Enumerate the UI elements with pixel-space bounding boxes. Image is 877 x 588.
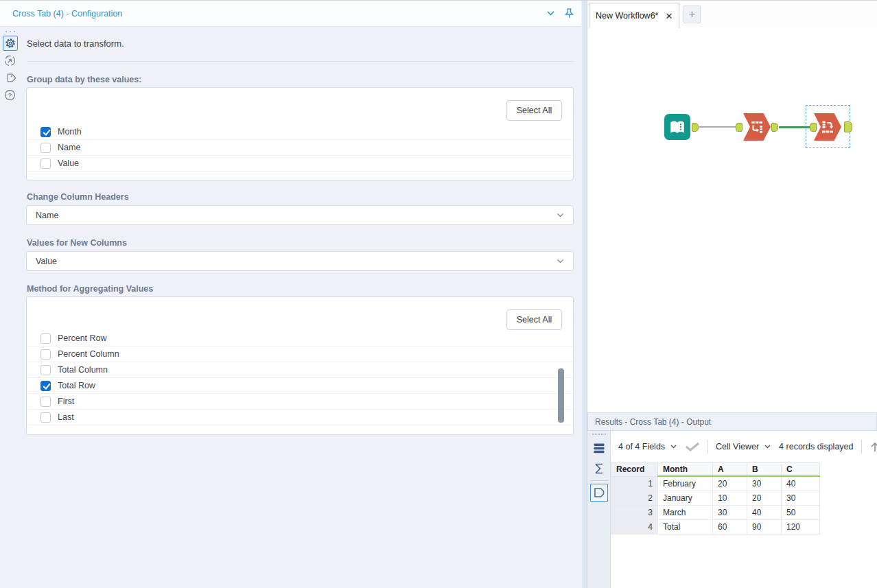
arrow-up-icon[interactable] xyxy=(869,441,877,453)
agg-item-first[interactable]: First xyxy=(27,394,572,410)
record-number: 4 xyxy=(611,519,658,534)
rows-icon xyxy=(593,443,605,454)
checkbox-unchecked[interactable] xyxy=(40,143,51,153)
cell[interactable]: 20 xyxy=(747,491,782,505)
chevron-down-icon xyxy=(557,259,564,263)
panel-drag-handle[interactable] xyxy=(5,31,15,33)
record-number: 2 xyxy=(611,491,658,505)
table-row[interactable]: 1 February 20 30 40 xyxy=(611,476,820,491)
chevron-down-icon xyxy=(670,445,677,449)
cell-viewer-dropdown[interactable]: Cell Viewer xyxy=(716,442,771,451)
connection-line[interactable] xyxy=(699,126,736,128)
new-workflow-button[interactable]: + xyxy=(683,5,701,23)
group-item-name[interactable]: Name xyxy=(27,140,572,156)
new-columns-dropdown[interactable]: Value xyxy=(26,251,574,271)
checkbox-unchecked[interactable] xyxy=(40,397,51,407)
gear-icon xyxy=(5,38,16,49)
workflow-canvas[interactable] xyxy=(587,28,877,412)
configuration-tab[interactable] xyxy=(3,36,18,51)
group-item-month[interactable]: Month xyxy=(27,124,572,140)
cell[interactable]: 30 xyxy=(782,491,820,505)
cell[interactable]: Total xyxy=(658,519,713,534)
help-tab[interactable]: ? xyxy=(3,87,18,102)
pin-icon[interactable] xyxy=(564,8,574,19)
cell[interactable]: January xyxy=(658,491,713,505)
transpose-icon xyxy=(749,119,764,134)
fields-dropdown[interactable]: 4 of 4 Fields xyxy=(618,442,677,451)
results-header[interactable]: Results - Cross Tab (4) - Output xyxy=(587,412,877,431)
chevron-down-icon xyxy=(557,213,564,217)
output-anchor[interactable] xyxy=(844,121,852,132)
results-title: Results - Cross Tab (4) - Output xyxy=(595,417,711,427)
column-header-c[interactable]: C xyxy=(782,463,820,477)
output-anchor[interactable] xyxy=(771,123,778,132)
input-anchor[interactable] xyxy=(736,123,742,132)
checkbox-unchecked[interactable] xyxy=(40,349,51,360)
configuration-sidebar: ? xyxy=(0,27,20,588)
results-drag-handle[interactable] xyxy=(592,434,606,436)
cell[interactable]: 120 xyxy=(782,519,820,534)
checkbox-unchecked[interactable] xyxy=(40,365,51,375)
cell[interactable]: 30 xyxy=(747,476,782,491)
cell[interactable]: March xyxy=(658,505,713,519)
intro-text: Select data to transform. xyxy=(27,38,124,49)
scrollbar-thumb[interactable] xyxy=(558,368,564,423)
cell[interactable]: 20 xyxy=(713,476,747,491)
workspace-area: New Workflow6* ✕ + xyxy=(587,1,877,588)
text-input-icon xyxy=(668,118,686,136)
group-by-label: Group data by these values: xyxy=(27,75,141,84)
cell[interactable]: 40 xyxy=(782,476,820,491)
workflow-tab-bar: New Workflow6* ✕ + xyxy=(587,1,877,28)
input-anchor[interactable] xyxy=(810,123,817,132)
column-header-a[interactable]: A xyxy=(713,463,747,477)
cross-tab-icon xyxy=(820,119,835,134)
cell[interactable]: 50 xyxy=(782,505,820,519)
table-row[interactable]: 2 January 10 20 30 xyxy=(611,491,820,505)
agg-item-last[interactable]: Last xyxy=(27,410,572,425)
workflow-tab[interactable]: New Workflow6* ✕ xyxy=(589,3,679,28)
tool-transpose[interactable] xyxy=(743,113,771,141)
results-connection-toggle[interactable] xyxy=(590,484,608,502)
results-view-toggle[interactable] xyxy=(590,439,608,457)
checkbox-unchecked[interactable] xyxy=(40,412,51,423)
apply-check-icon[interactable] xyxy=(685,442,700,451)
group-item-value[interactable]: Value xyxy=(27,156,572,172)
column-header-b[interactable]: B xyxy=(747,463,782,477)
agg-item-total-row[interactable]: Total Row xyxy=(27,378,572,394)
divider xyxy=(861,440,862,454)
close-icon[interactable]: ✕ xyxy=(665,12,673,21)
record-number: 1 xyxy=(611,476,658,491)
chevron-down-icon[interactable] xyxy=(546,10,555,16)
results-metadata-toggle[interactable] xyxy=(590,460,608,478)
aggregation-select-all-button[interactable]: Select All xyxy=(506,309,562,330)
group-select-all-button[interactable]: Select All xyxy=(506,100,562,121)
checkbox-unchecked[interactable] xyxy=(40,158,51,169)
group-by-listbox: Select All Month Name Value xyxy=(26,87,574,180)
agg-item-percent-column[interactable]: Percent Column xyxy=(27,346,572,362)
table-row[interactable]: 3 March 30 40 50 xyxy=(611,505,820,519)
configuration-panel: Cross Tab (4) - Configuration xyxy=(0,1,581,588)
checkbox-checked[interactable] xyxy=(40,127,51,137)
help-icon: ? xyxy=(4,89,16,101)
table-row[interactable]: 4 Total 60 90 120 xyxy=(611,519,820,534)
cell[interactable]: 90 xyxy=(747,519,782,534)
column-headers-dropdown[interactable]: Name xyxy=(26,205,574,225)
checkbox-unchecked[interactable] xyxy=(40,333,51,344)
agg-item-total-column[interactable]: Total Column xyxy=(27,362,572,378)
tool-text-input[interactable] xyxy=(664,114,690,140)
agg-item-percent-row[interactable]: Percent Row xyxy=(27,331,572,346)
output-anchor[interactable] xyxy=(692,123,699,132)
performance-tab[interactable] xyxy=(3,53,18,68)
column-header-month[interactable]: Month xyxy=(658,463,713,477)
cell[interactable]: February xyxy=(658,476,713,491)
cell[interactable]: 30 xyxy=(713,505,747,519)
cell[interactable]: 10 xyxy=(713,491,747,505)
panel-divider[interactable] xyxy=(581,1,587,588)
results-panel: 4 of 4 Fields Cell Viewer 4 records disp… xyxy=(587,431,877,588)
configuration-title: Cross Tab (4) - Configuration xyxy=(12,9,122,19)
cell[interactable]: 60 xyxy=(713,519,747,534)
annotation-tab[interactable] xyxy=(3,70,18,85)
checkbox-checked[interactable] xyxy=(40,381,51,391)
cell[interactable]: 40 xyxy=(747,505,782,519)
column-header-record[interactable]: Record xyxy=(611,463,658,477)
